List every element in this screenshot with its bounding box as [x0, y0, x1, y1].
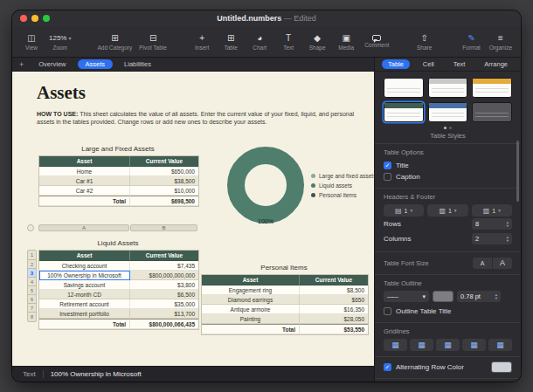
- header-cell[interactable]: Asset: [39, 251, 130, 261]
- table-style-option-selected[interactable]: [384, 102, 424, 122]
- gridline-toggle-icon[interactable]: ▦: [488, 339, 512, 351]
- header-columns-dropdown[interactable]: ▤ 1 ▾: [384, 204, 424, 217]
- close-button[interactable]: [20, 15, 27, 22]
- gridline-toggle-icon[interactable]: ▦: [462, 339, 486, 351]
- caption-checkbox-row[interactable]: Caption: [384, 171, 512, 182]
- table-style-option[interactable]: [472, 78, 512, 98]
- cell[interactable]: $35,000: [130, 299, 198, 309]
- cell[interactable]: Car #1: [39, 176, 130, 186]
- columns-stepper[interactable]: 2 ▴▾: [472, 233, 512, 244]
- minimize-button[interactable]: [31, 15, 38, 22]
- cell[interactable]: Checking account: [39, 261, 130, 271]
- line-style-dropdown[interactable]: —— ▾: [384, 291, 429, 302]
- increase-font-button[interactable]: A: [493, 258, 512, 269]
- gridline-toggle-icon[interactable]: ▦: [384, 339, 407, 351]
- stepper-arrows-icon[interactable]: ▴▾: [495, 293, 497, 300]
- header-cell[interactable]: Asset: [39, 156, 130, 167]
- rows-stepper[interactable]: 8 ▴▾: [472, 218, 512, 230]
- share-button[interactable]: ⇧ Share: [414, 33, 435, 51]
- header-cell[interactable]: Current Value: [300, 275, 368, 285]
- zoom-control[interactable]: 125%▾ Zoom: [49, 33, 71, 51]
- table-select-handle[interactable]: [27, 224, 34, 231]
- cell[interactable]: $3,800: [130, 280, 198, 290]
- outline-color-well[interactable]: [433, 291, 453, 302]
- chart-button[interactable]: ◕ Chart: [249, 33, 270, 51]
- column-header-a[interactable]: A: [38, 224, 129, 231]
- cell[interactable]: $650: [300, 295, 368, 305]
- comment-button[interactable]: Comment: [364, 33, 389, 48]
- cell[interactable]: 12-month CD: [39, 290, 130, 299]
- total-label-cell[interactable]: Total: [39, 319, 130, 329]
- format-button[interactable]: ✎ Format: [461, 33, 482, 51]
- cell[interactable]: $8,500: [300, 285, 368, 295]
- row-header[interactable]: 8: [27, 312, 37, 322]
- organize-button[interactable]: ≡ Organize: [489, 33, 512, 51]
- alternating-row-color-well[interactable]: [491, 361, 512, 373]
- shape-button[interactable]: ◆ Shape: [307, 33, 328, 51]
- column-header-b[interactable]: B: [130, 224, 197, 231]
- liquid-assets-table[interactable]: Asset Current Value Checking account $7,…: [38, 250, 199, 330]
- personal-table-title[interactable]: Personal Items: [201, 264, 367, 272]
- header-cell[interactable]: Current Value: [130, 156, 198, 167]
- total-label-cell[interactable]: Total: [39, 196, 130, 206]
- fixed-table-title[interactable]: Large and Fixed Assets: [38, 145, 197, 153]
- stepper-arrows-icon[interactable]: ▴▾: [507, 221, 509, 228]
- sheet-canvas[interactable]: Assets HOW TO USE: This sheet calculates…: [12, 72, 374, 366]
- table-style-option[interactable]: [384, 78, 424, 98]
- stepper-arrows-icon[interactable]: ▴▾: [507, 236, 509, 243]
- cell[interactable]: $650,000: [130, 167, 198, 176]
- sidebar-scrollbar[interactable]: [516, 141, 519, 202]
- table-style-option[interactable]: [472, 102, 512, 122]
- outline-title-checkbox[interactable]: [384, 307, 391, 315]
- cell[interactable]: $38,500: [130, 176, 198, 186]
- add-category-button[interactable]: ⊞ Add Category: [97, 33, 132, 51]
- table-button[interactable]: ⊞ Table: [220, 33, 241, 51]
- alternating-row-checkbox[interactable]: ✓: [384, 363, 391, 371]
- cell[interactable]: $6,500: [130, 290, 198, 299]
- header-cell[interactable]: Current Value: [130, 251, 198, 261]
- cell[interactable]: $10,000: [130, 186, 198, 196]
- text-button[interactable]: T Text: [278, 33, 299, 51]
- title-checkbox-row[interactable]: ✓ Title: [384, 160, 512, 171]
- cell[interactable]: $28,050: [300, 314, 368, 324]
- style-pager-dots[interactable]: [384, 127, 512, 129]
- liquid-table-title[interactable]: Liquid Assets: [38, 239, 197, 247]
- cell[interactable]: $7,435: [130, 261, 198, 271]
- tab-overview[interactable]: Overview: [31, 59, 73, 69]
- format-tab-cell[interactable]: Cell: [417, 59, 440, 69]
- cell[interactable]: $16,350: [300, 305, 368, 314]
- insert-button[interactable]: + Insert: [191, 33, 212, 51]
- fullscreen-button[interactable]: [43, 15, 50, 22]
- total-value-cell[interactable]: $53,550: [300, 324, 368, 334]
- cell[interactable]: Savings account: [39, 280, 130, 290]
- gridline-toggle-icon[interactable]: ▦: [410, 339, 433, 351]
- tab-assets[interactable]: Assets: [78, 59, 114, 69]
- cell[interactable]: Home: [39, 167, 130, 176]
- assets-donut-chart[interactable]: 100%: [227, 147, 304, 224]
- footer-rows-dropdown[interactable]: ▥ 1 ▾: [472, 204, 512, 217]
- total-label-cell[interactable]: Total: [202, 324, 300, 334]
- tab-liabilities[interactable]: Liabilities: [116, 59, 159, 69]
- outline-title-row[interactable]: Outline Table Title: [384, 306, 512, 317]
- header-cell[interactable]: Asset: [202, 275, 300, 285]
- total-value-cell[interactable]: $698,500: [130, 196, 198, 206]
- cell-format-label[interactable]: Text: [23, 370, 36, 378]
- cell[interactable]: Diamond earrings: [202, 295, 300, 305]
- cell[interactable]: $13,700: [130, 309, 198, 319]
- cell[interactable]: Antique armoire: [202, 305, 300, 314]
- outline-width-stepper[interactable]: 0.78 pt ▴▾: [457, 291, 501, 302]
- header-rows-dropdown[interactable]: ▥ 1 ▾: [427, 204, 467, 217]
- title-checkbox[interactable]: ✓: [384, 162, 391, 169]
- caption-checkbox[interactable]: [384, 173, 391, 181]
- pivot-table-button[interactable]: ⊟ Pivot Table: [139, 33, 167, 51]
- cell[interactable]: Retirement account: [39, 299, 130, 309]
- total-value-cell[interactable]: $800,000,066,435: [130, 319, 198, 329]
- fixed-assets-table[interactable]: Asset Current Value Home $650,000 Car #1…: [38, 155, 199, 207]
- table-style-option[interactable]: [428, 102, 468, 122]
- format-tab-arrange[interactable]: Arrange: [478, 59, 514, 69]
- format-tab-text[interactable]: Text: [447, 59, 472, 69]
- personal-items-table[interactable]: Asset Current Value Engagement ring $8,5…: [201, 274, 369, 335]
- cell[interactable]: Car #2: [39, 186, 130, 196]
- media-button[interactable]: ▣ Media: [336, 33, 356, 51]
- add-sheet-button[interactable]: +: [19, 60, 24, 69]
